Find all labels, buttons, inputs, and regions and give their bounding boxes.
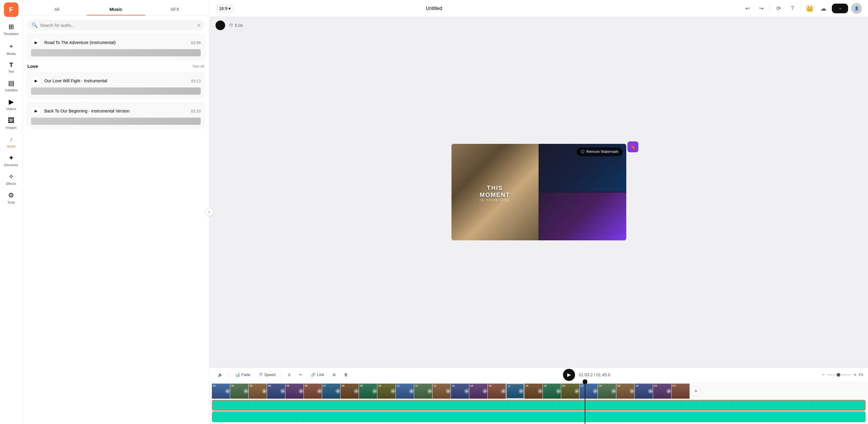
filter-icon[interactable]: ≡ <box>197 23 200 28</box>
sidebar: F ⊞ Templates ＋ Media T Text ▤ Subtitles… <box>0 0 23 424</box>
sidebar-item-elements[interactable]: ✦ Elements <box>1 152 21 169</box>
fit-button[interactable]: Fit <box>859 372 863 377</box>
duplicate-button[interactable]: ⧉ <box>329 371 339 379</box>
audio-title-love-1: Our Love Will Fight - Instrumental <box>44 79 187 83</box>
bottom-toolbar: 🔈 📊 Fade ⏱ Speed ⧖ ✂ 🔗 Link <box>210 367 868 382</box>
audio-item-featured: ▶ Road To The Adventure (Instrumental) 0… <box>26 33 206 61</box>
video-track: 01⇄ 02⇄ 03⇄ 04⇄ 05⇄ 06⇄ 07⇄ 08⇄ 09⇄ 10⇄ … <box>210 384 868 399</box>
audio-track-2[interactable] <box>212 411 866 422</box>
play-button-love-1[interactable]: ▶ <box>31 76 41 86</box>
help-button[interactable]: ? <box>787 3 798 14</box>
video-clip-1[interactable]: 01⇄ <box>212 384 230 399</box>
bookmark-button[interactable]: 🔖 <box>627 142 638 152</box>
video-clip-18[interactable]: 18⇄ <box>524 384 542 399</box>
effects-icon: ✧ <box>8 173 14 181</box>
audio-title-featured: Road To The Adventure (Instrumental) <box>44 40 187 45</box>
video-clip-2[interactable]: 02⇄ <box>230 384 248 399</box>
audio-item-love-2: ▶ Back To Our Beginning - Instrumental V… <box>26 102 206 129</box>
video-clip-25[interactable]: 25⇄ <box>653 384 671 399</box>
link-button[interactable]: 🔗 Link <box>307 371 328 379</box>
tab-sfx[interactable]: SFX <box>145 4 204 16</box>
fade-button[interactable]: 📊 Fade <box>231 371 254 379</box>
sidebar-item-templates[interactable]: ⊞ Templates <box>1 21 21 38</box>
sidebar-item-effects[interactable]: ✧ Effects <box>1 171 21 188</box>
video-clip-26[interactable]: EV <box>672 384 689 399</box>
video-clip-19[interactable]: 19⇄ <box>543 384 561 399</box>
cloud-button[interactable]: ☁ <box>818 3 829 14</box>
play-button-love-2[interactable]: ▶ <box>31 106 41 116</box>
sidebar-item-images[interactable]: 🖼 Images <box>1 114 21 132</box>
video-clip-5[interactable]: 05⇄ <box>285 384 304 399</box>
media-icon: ＋ <box>8 41 14 51</box>
play-record-button[interactable]: ⟳ <box>773 3 784 14</box>
record-button[interactable] <box>216 21 225 30</box>
sidebar-item-label: Subtitles <box>5 88 18 92</box>
zoom-in-button[interactable]: + <box>854 372 856 377</box>
collapse-panel-button[interactable]: ‹ <box>205 208 213 216</box>
video-clip-7[interactable]: 07⇄ <box>322 384 340 399</box>
video-clip-9[interactable]: 09⇄ <box>359 384 377 399</box>
video-clip-21[interactable]: 21⇄ <box>580 384 598 399</box>
play-button-featured[interactable]: ▶ <box>31 38 41 47</box>
export-button[interactable]: → <box>832 4 848 13</box>
video-clip-8[interactable]: 08⇄ <box>341 384 359 399</box>
video-clip-13[interactable]: 13⇄ <box>433 384 451 399</box>
video-clip-11[interactable]: 11⇄ <box>396 384 414 399</box>
audio-duration-featured: 02:56 <box>191 40 201 45</box>
preview-controls-top: ⏱ 5.0s <box>216 21 243 30</box>
video-clip-16[interactable]: 16⇄ <box>488 384 506 399</box>
sidebar-item-subtitles[interactable]: ▤ Subtitles <box>1 77 21 94</box>
play-main-button[interactable]: ▶ <box>563 369 575 381</box>
sidebar-item-text[interactable]: T Text <box>1 59 21 76</box>
remove-watermark-button[interactable]: ⓘ Remove Watermark <box>577 148 622 156</box>
playhead[interactable] <box>585 382 585 424</box>
crown-button[interactable]: 👑 <box>804 3 815 14</box>
split-button[interactable]: ⧖ <box>284 371 294 379</box>
sidebar-item-audio[interactable]: ♪ Audio <box>1 133 21 150</box>
sidebar-item-videos[interactable]: ▶ Videos <box>1 96 21 113</box>
sidebar-item-media[interactable]: ＋ Media <box>1 39 21 58</box>
avatar[interactable]: 👤 <box>851 3 862 14</box>
video-clip-23[interactable]: 23⇄ <box>616 384 634 399</box>
tab-music[interactable]: Music <box>87 4 146 16</box>
video-clip-3[interactable]: 03⇄ <box>249 384 267 399</box>
delete-button[interactable]: 🗑 <box>340 371 351 379</box>
tab-all[interactable]: All <box>27 4 87 16</box>
add-track-button[interactable]: + <box>691 386 701 396</box>
video-clip-4[interactable]: 04⇄ <box>267 384 285 399</box>
audio-waveform-track-1 <box>213 400 865 410</box>
zoom-slider[interactable] <box>827 374 851 375</box>
video-clip-12[interactable]: 12⇄ <box>414 384 432 399</box>
redo-button[interactable]: ↪ <box>756 3 767 14</box>
watermark-icon: ⓘ <box>581 149 584 154</box>
video-cell-main: THIS MOMENT IS YOUR LIFE <box>452 144 538 240</box>
aspect-ratio-button[interactable]: 16:9 ▾ <box>216 4 234 13</box>
tool-separator-2 <box>281 372 282 378</box>
video-clip-10[interactable]: 10⇄ <box>377 384 396 399</box>
audio-track-1[interactable] <box>212 400 866 411</box>
speed-button[interactable]: ⏱ Speed <box>255 371 279 379</box>
video-clip-17[interactable]: 17⇄ <box>506 384 524 399</box>
cut-button[interactable]: ✂ <box>296 371 306 379</box>
video-clip-14[interactable]: 14⇄ <box>451 384 469 399</box>
audio-list: ▶ Road To The Adventure (Instrumental) 0… <box>23 33 209 424</box>
audio-waveform-track-2 <box>212 411 866 422</box>
sidebar-item-tools[interactable]: ⚙ Tools <box>1 189 21 207</box>
audio-icon: ♪ <box>10 135 13 143</box>
sidebar-item-label: Elements <box>4 163 18 167</box>
video-clip-6[interactable]: 06⇄ <box>304 384 322 399</box>
export-icon: → <box>838 6 842 11</box>
undo-button[interactable]: ↩ <box>742 3 753 14</box>
zoom-out-button[interactable]: − <box>822 372 825 377</box>
avatar-label: 👤 <box>855 6 859 10</box>
video-clip-15[interactable]: 15⇄ <box>469 384 487 399</box>
video-clip-24[interactable]: 24⇄ <box>635 384 653 399</box>
search-input[interactable] <box>40 23 195 28</box>
tool-separator-1 <box>229 372 229 378</box>
playback-center: ▶ 01:03.2 / 01:45.0 <box>352 369 821 381</box>
video-preview: THIS MOMENT IS YOUR LIFE ⓘ Remove Waterm… <box>452 144 626 240</box>
volume-button[interactable]: 🔈 <box>214 371 226 379</box>
video-clip-22[interactable]: 22⇄ <box>598 384 616 399</box>
video-clip-20[interactable]: 20⇄ <box>561 384 579 399</box>
see-all-button[interactable]: See all <box>192 64 204 68</box>
